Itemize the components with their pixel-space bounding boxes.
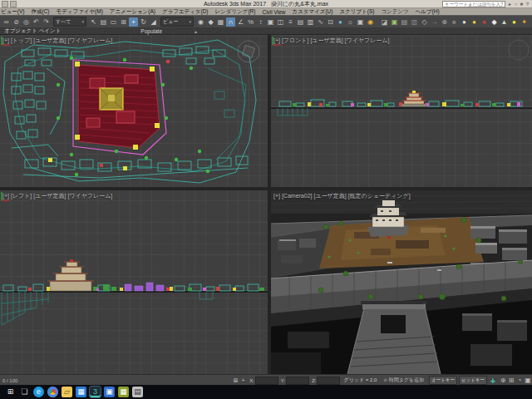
ribbon-minimize-icon[interactable]: ▴ [195,28,197,34]
menu-item[interactable]: Civil View [259,9,288,15]
menu-item[interactable]: レンダリング(R) [212,8,259,15]
printer-icon[interactable]: ▤ [132,387,143,397]
zoom-extents-all-icon[interactable]: ⊞ [507,377,515,384]
orbit-icon[interactable]: ◔ [515,377,524,384]
add-time-tag[interactable]: ⊙ 時間タグを追加 [383,377,424,384]
use-pivot-point-icon[interactable]: ◉ [196,17,205,27]
search-go-icon[interactable]: ▸ [507,2,513,7]
render-production-icon[interactable]: ◉ [366,17,375,27]
file-explorer-icon[interactable]: ▱ [62,387,72,397]
curve-editor-icon[interactable]: ∿ [316,17,325,27]
select-and-link-icon[interactable]: ∞ [2,17,11,27]
toolbar-extra-icon[interactable]: ⊕ [440,17,449,27]
render-setup-icon[interactable]: ☼ [346,17,355,27]
viewport-front-label[interactable]: [+] [フロント] [ユーザ定義] [ワイヤフレーム] [273,37,389,45]
menu-item[interactable]: アニメーション(A) [106,8,159,15]
toolbar-extra-icon[interactable]: ● [510,17,519,27]
help-icon[interactable]: ? [525,2,530,7]
menu-item[interactable]: ビュー(V) [0,8,27,15]
ribbon-tab-populate[interactable]: Populate [136,28,166,34]
edge-icon[interactable]: e [33,387,44,397]
keyboard-override-icon[interactable]: ▦ [216,17,225,27]
app-blue-icon[interactable]: ▦ [76,387,86,397]
toolbar-extra-icon[interactable]: ● [480,17,489,27]
sign-in-icon[interactable]: ○ [513,2,519,7]
selection-region-icon[interactable]: ▭ [109,17,118,27]
toolbar-extra-icon[interactable]: ▥ [410,17,419,27]
unlink-selection-icon[interactable]: ⊘ [12,17,21,27]
redo-icon[interactable]: ↷ [42,17,51,27]
photos-icon[interactable]: ▣ [104,387,115,397]
schematic-view-icon[interactable]: ⊡ [326,17,335,27]
z-coordinate-field[interactable] [317,377,340,385]
reference-coordinate-dropdown[interactable]: ビュー▾ [160,17,194,27]
viewport-camera-label[interactable]: [+] [Camera02] [ユーザ定義] [既定のシェーディング] [273,192,411,200]
toolbar-extra-icon[interactable]: ■ [450,17,459,27]
maximize-viewport-icon[interactable]: ▣ [524,377,532,384]
chrome-icon[interactable] [47,387,58,397]
bind-to-space-warp-icon[interactable]: ◎ [22,17,31,27]
ribbon-tab-object-paint[interactable]: オブジェクト ペイント [0,27,65,35]
menu-item[interactable]: スクリプト(S) [336,8,377,15]
viewport-camera[interactable]: [+] [Camera02] [ユーザ定義] [既定のシェーディング] [271,190,532,374]
auto-key-button[interactable]: オートキー [429,376,457,385]
toolbar-extra-icon[interactable]: ◆ [490,17,499,27]
x-coordinate-field[interactable] [255,377,278,385]
menu-item[interactable]: グラフエディタ(D) [159,8,212,15]
select-and-move-icon[interactable]: + [129,17,138,27]
qat-save-icon[interactable] [10,1,17,7]
start-button[interactable]: ⊞ [5,387,16,397]
spinner-snap-icon[interactable]: ↕ [256,17,265,27]
ribbon-toggle-icon[interactable]: ▥ [306,17,315,27]
select-object-icon[interactable]: ↖ [89,17,98,27]
app-menu-icon[interactable] [2,1,8,7]
quick-access-toolbar[interactable] [2,1,17,7]
select-and-manipulate-icon[interactable]: ◆ [206,17,215,27]
favorites-star-icon[interactable]: ★ [519,2,525,7]
toolbar-extra-icon[interactable]: ▲ [500,17,509,27]
infocenter-search-input[interactable] [442,1,505,7]
window-crossing-icon[interactable]: ⊞ [119,17,128,27]
toolbar-extra-icon[interactable]: ▤ [400,17,409,27]
selection-filter-dropdown[interactable]: すべて▾ [53,17,86,27]
select-and-rotate-icon[interactable]: ↻ [139,17,148,27]
selection-lock-icon[interactable]: ⊠ [232,377,239,384]
toolbar-extra-icon[interactable]: → [430,17,439,27]
viewport-left-label[interactable]: [+] [レフト] [ユーザ定義] [ワイヤフレーム] [2,192,112,200]
toolbar-extra-icon[interactable]: ◪ [380,17,389,27]
toolbar-extra-icon[interactable]: ✦ [520,17,529,27]
pan-view-icon[interactable]: + [487,376,499,386]
set-key-button[interactable]: セットキー [459,376,487,385]
y-coordinate-field[interactable] [286,377,309,385]
layer-manager-icon[interactable]: ▤ [296,17,305,27]
align-icon[interactable]: ≡ [286,17,295,27]
viewport-top[interactable]: [+] [トップ] [ユーザ定義] [ワイヤフレーム] [0,35,268,187]
viewport-left[interactable]: [+] [レフト] [ユーザ定義] [ワイヤフレーム] [0,190,268,374]
menu-item[interactable]: コンテンツ [377,8,411,15]
zoom-icon[interactable]: ⊕ [499,377,507,384]
angle-snap-icon[interactable]: ∠ [236,17,245,27]
percent-snap-icon[interactable]: % [246,17,255,27]
menu-item[interactable]: モディファイヤ(M) [53,8,106,15]
menu-item[interactable]: カスタマイズ(U) [289,8,337,15]
menu-item[interactable]: 作成(C) [27,8,52,15]
undo-icon[interactable]: ↶ [32,17,41,27]
select-and-scale-icon[interactable]: ◢ [149,17,158,27]
task-view-button[interactable]: ❏ [19,387,30,397]
viewport-top-label[interactable]: [+] [トップ] [ユーザ定義] [ワイヤフレーム] [2,37,112,45]
toolbar-extra-icon[interactable]: ◇ [420,17,429,27]
mirror-icon[interactable]: ◫ [276,17,285,27]
menu-item[interactable]: ヘルプ(H) [412,8,443,15]
rendered-frame-icon[interactable]: ▣ [356,17,365,27]
select-by-name-icon[interactable]: ▤ [99,17,108,27]
material-editor-icon[interactable]: ● [336,17,345,27]
toolbar-extra-icon[interactable]: ▣ [390,17,399,27]
3ds-max-icon[interactable]: 3 [90,387,101,397]
named-selection-sets-icon[interactable]: ▣ [266,17,275,27]
snap-toggle-icon[interactable]: ∩ [226,17,235,27]
toolbar-extra-icon[interactable]: ● [470,17,479,27]
viewport-front[interactable]: [+] [フロント] [ユーザ定義] [ワイヤフレーム] [271,35,532,187]
app-green-icon[interactable]: ▦ [118,387,129,397]
absolute-mode-icon[interactable]: + [239,377,247,383]
toolbar-extra-icon[interactable]: ● [460,17,469,27]
